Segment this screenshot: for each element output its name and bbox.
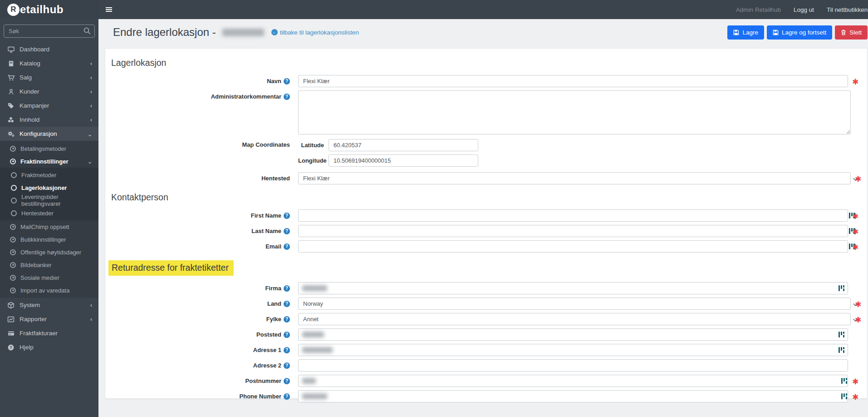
field-row-email: Email? ✱ — [111, 240, 861, 253]
question-circle-icon: ? — [7, 343, 15, 351]
search-input[interactable] — [4, 25, 95, 38]
phone-input[interactable] — [298, 390, 848, 402]
sidebar-item-betalingsmetoder[interactable]: Betalingsmetoder — [0, 142, 98, 155]
email-input[interactable] — [298, 240, 848, 253]
sidebar-item-innhold[interactable]: Innhold ‹ — [0, 113, 98, 127]
chevron-left-icon: ‹ — [90, 60, 92, 67]
radio-dot-icon — [10, 146, 16, 152]
delete-button[interactable]: Slett — [835, 25, 868, 40]
firma-input[interactable] — [298, 282, 848, 294]
sidebar-toggle-icon[interactable] — [98, 0, 119, 19]
latitude-input[interactable] — [329, 139, 478, 151]
field-row-phone: Phone Number? ✱ — [111, 390, 861, 402]
help-icon[interactable]: ? — [284, 213, 290, 219]
trash-icon — [841, 30, 846, 35]
sidebar-item-salg[interactable]: Salg ‹ — [0, 70, 98, 84]
sidebar-item-mailchimp[interactable]: MailChimp oppsett — [0, 220, 98, 233]
current-user-label: Admin Retailhub — [730, 6, 787, 13]
app-logo[interactable]: R etailhub — [0, 0, 98, 19]
help-icon[interactable]: ? — [284, 301, 290, 307]
field-row-navn: Navn? ✱ — [111, 75, 861, 87]
last-name-input[interactable] — [298, 225, 848, 237]
field-row-first-name: First Name? ✱ — [111, 209, 861, 222]
longitude-input[interactable] — [329, 154, 478, 167]
land-select[interactable]: Norway — [298, 298, 851, 310]
sidebar-item-lagerlokasjoner[interactable]: Lagerlokasjoner — [0, 181, 98, 194]
sidebar-item-import-varedata[interactable]: Import av varedata — [0, 284, 98, 297]
field-row-adresse2: Adresse 2? — [111, 359, 861, 372]
sidebar-item-katalog[interactable]: Katalog ‹ — [0, 56, 98, 70]
chevron-left-icon: ‹ — [90, 117, 92, 123]
sidebar-item-bildebanker[interactable]: Bildebanker — [0, 258, 98, 271]
sidebar-item-hjelp[interactable]: ? Hjelp — [0, 340, 98, 354]
sidebar-item-konfigurasjon[interactable]: Konfigurasjon ⌄ — [0, 127, 98, 141]
topbar: Admin Retailhub Logg ut Til nettbutikken — [98, 0, 868, 19]
radio-dot-icon — [10, 288, 16, 293]
field-row-adminkommentar: Administratorkommentar? — [111, 90, 861, 134]
postnummer-input[interactable] — [298, 375, 848, 387]
autofill-extension-icon[interactable] — [839, 285, 845, 291]
sidebar-item-fraktfakturaer[interactable]: Fraktfakturaer — [0, 326, 98, 340]
navn-label: Navn — [267, 78, 281, 84]
adminkommentar-textarea[interactable] — [298, 90, 851, 134]
land-label: Land — [267, 300, 281, 307]
radio-dot-icon — [10, 275, 16, 281]
save-icon — [733, 30, 739, 35]
sidebar-item-hentesteder[interactable]: Hentesteder — [0, 207, 98, 219]
sidebar-item-fraktinnstillinger[interactable]: Fraktinnstillinger ⌄ — [0, 155, 98, 168]
sidebar: R etailhub Dashboard Katalog ‹ Salg — [0, 0, 98, 417]
poststed-label: Poststed — [256, 331, 281, 338]
first-name-input[interactable] — [298, 209, 848, 222]
main-area: Admin Retailhub Logg ut Til nettbutikken… — [98, 0, 868, 417]
help-icon[interactable]: ? — [284, 332, 290, 338]
save-and-continue-button[interactable]: Lagre og fortsett — [767, 25, 832, 40]
search-icon[interactable] — [83, 27, 91, 35]
hentested-label: Hentested — [261, 175, 290, 182]
sidebar-item-sosiale-medier[interactable]: Sosiale medier — [0, 271, 98, 284]
cart-icon — [7, 74, 15, 81]
sidebar-item-fraktmetoder[interactable]: Fraktmetoder — [0, 169, 98, 181]
sidebar-item-butikkinnstillinger[interactable]: Butikkinnstillinger — [0, 233, 98, 246]
section-heading-returadresse: Returadresse for fraktetiketter — [108, 260, 234, 276]
sidebar-item-kampanjer[interactable]: Kampanjer ‹ — [0, 99, 98, 113]
postnummer-label: Postnummer — [245, 377, 281, 384]
hentested-select[interactable]: Flexi Klær — [298, 172, 851, 184]
sidebar-item-leveringstider[interactable]: Leveringstider bestillingsvarer — [0, 194, 98, 207]
fylke-select[interactable]: Annet — [298, 313, 851, 325]
autofill-extension-icon[interactable] — [839, 347, 845, 353]
firma-label: Firma — [265, 285, 281, 292]
page-title: Endre lagerlokasjon - — [105, 26, 264, 39]
autofill-extension-icon[interactable] — [841, 393, 848, 399]
help-icon[interactable]: ? — [284, 393, 290, 400]
help-icon[interactable]: ? — [284, 94, 290, 100]
help-icon[interactable]: ? — [284, 78, 290, 84]
sidebar-item-system[interactable]: System ‹ — [0, 298, 98, 312]
adresse2-input[interactable] — [298, 359, 848, 372]
autofill-extension-icon[interactable] — [839, 332, 845, 338]
autofill-extension-icon[interactable] — [841, 378, 848, 384]
help-icon[interactable]: ? — [284, 316, 290, 323]
help-icon[interactable]: ? — [284, 243, 290, 250]
poststed-input[interactable] — [298, 328, 848, 341]
help-icon[interactable]: ? — [284, 347, 290, 353]
latitude-label: Latitude — [298, 142, 324, 149]
help-icon[interactable]: ? — [284, 285, 290, 292]
back-to-list-link[interactable]: ← tilbake til lagerlokasjonslisten — [271, 29, 359, 36]
sidebar-item-rapporter[interactable]: Rapporter ‹ — [0, 312, 98, 326]
required-asterisk: ✱ — [852, 395, 858, 400]
sidebar-item-kunder[interactable]: Kunder ‹ — [0, 84, 98, 99]
field-row-last-name: Last Name? ✱ — [111, 225, 861, 237]
adresse1-input[interactable] — [298, 344, 848, 356]
sidebar-item-hoytidsdager[interactable]: Offentlige høytidsdager — [0, 246, 98, 258]
navn-input[interactable] — [298, 75, 848, 87]
help-icon[interactable]: ? — [284, 378, 290, 384]
save-button[interactable]: Lagre — [727, 25, 764, 40]
logout-link[interactable]: Logg ut — [787, 6, 820, 13]
help-icon[interactable]: ? — [284, 362, 290, 369]
sidebar-item-dashboard[interactable]: Dashboard — [0, 42, 98, 56]
to-webshop-link[interactable]: Til nettbutikken — [820, 6, 868, 13]
help-icon[interactable]: ? — [284, 228, 290, 234]
chevron-left-icon: ‹ — [90, 89, 92, 95]
chevron-left-icon: ‹ — [90, 74, 92, 81]
edit-form-card: Lagerlokasjon Navn? ✱ Administratorkomme… — [105, 48, 868, 399]
